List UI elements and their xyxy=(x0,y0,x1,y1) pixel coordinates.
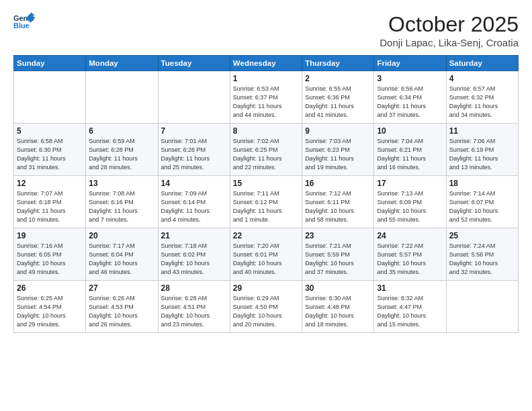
calendar-cell: 2Sunrise: 6:55 AM Sunset: 6:36 PM Daylig… xyxy=(302,71,374,124)
calendar-cell: 3Sunrise: 6:56 AM Sunset: 6:34 PM Daylig… xyxy=(374,71,446,124)
calendar-cell: 4Sunrise: 6:57 AM Sunset: 6:32 PM Daylig… xyxy=(446,71,518,124)
weekday-header-thursday: Thursday xyxy=(302,56,374,71)
week-row-2: 5Sunrise: 6:58 AM Sunset: 6:30 PM Daylig… xyxy=(14,124,519,176)
day-info: Sunrise: 7:06 AM Sunset: 6:19 PM Dayligh… xyxy=(449,137,515,172)
calendar-cell: 30Sunrise: 6:30 AM Sunset: 4:48 PM Dayli… xyxy=(302,281,374,333)
day-info: Sunrise: 7:18 AM Sunset: 6:02 PM Dayligh… xyxy=(161,242,227,277)
day-number: 23 xyxy=(305,231,371,240)
day-info: Sunrise: 7:13 AM Sunset: 6:09 PM Dayligh… xyxy=(377,189,443,224)
calendar-cell: 1Sunrise: 6:53 AM Sunset: 6:37 PM Daylig… xyxy=(230,71,302,124)
calendar-cell: 24Sunrise: 7:22 AM Sunset: 5:57 PM Dayli… xyxy=(374,228,446,281)
day-info: Sunrise: 6:56 AM Sunset: 6:34 PM Dayligh… xyxy=(377,85,443,120)
day-info: Sunrise: 6:25 AM Sunset: 4:54 PM Dayligh… xyxy=(17,294,83,329)
day-info: Sunrise: 6:26 AM Sunset: 4:53 PM Dayligh… xyxy=(89,294,154,329)
day-info: Sunrise: 6:59 AM Sunset: 6:28 PM Dayligh… xyxy=(89,137,154,172)
day-number: 20 xyxy=(89,231,154,240)
day-number: 18 xyxy=(449,179,515,188)
calendar-cell: 10Sunrise: 7:04 AM Sunset: 6:21 PM Dayli… xyxy=(374,124,446,176)
day-info: Sunrise: 6:57 AM Sunset: 6:32 PM Dayligh… xyxy=(449,85,515,120)
day-info: Sunrise: 7:21 AM Sunset: 5:59 PM Dayligh… xyxy=(305,242,371,277)
day-number: 15 xyxy=(233,179,299,188)
weekday-header-sunday: Sunday xyxy=(14,56,86,71)
calendar-cell: 16Sunrise: 7:12 AM Sunset: 6:11 PM Dayli… xyxy=(302,176,374,228)
day-info: Sunrise: 7:22 AM Sunset: 5:57 PM Dayligh… xyxy=(377,242,443,277)
day-number: 2 xyxy=(305,74,371,83)
weekday-header-tuesday: Tuesday xyxy=(158,56,230,71)
calendar-cell: 18Sunrise: 7:14 AM Sunset: 6:07 PM Dayli… xyxy=(446,176,518,228)
day-number: 22 xyxy=(233,231,299,240)
week-row-4: 19Sunrise: 7:16 AM Sunset: 6:05 PM Dayli… xyxy=(14,228,519,281)
day-number: 26 xyxy=(17,283,83,293)
day-number: 27 xyxy=(89,283,154,293)
day-info: Sunrise: 7:02 AM Sunset: 6:25 PM Dayligh… xyxy=(233,137,299,172)
calendar-cell: 7Sunrise: 7:01 AM Sunset: 6:26 PM Daylig… xyxy=(158,124,230,176)
day-info: Sunrise: 6:53 AM Sunset: 6:37 PM Dayligh… xyxy=(233,85,299,120)
day-number: 5 xyxy=(17,126,83,136)
week-row-1: 1Sunrise: 6:53 AM Sunset: 6:37 PM Daylig… xyxy=(14,71,519,124)
day-number: 30 xyxy=(305,283,371,293)
day-number: 6 xyxy=(89,126,154,136)
day-info: Sunrise: 6:28 AM Sunset: 4:51 PM Dayligh… xyxy=(161,294,227,329)
day-number: 24 xyxy=(377,231,443,240)
day-info: Sunrise: 7:01 AM Sunset: 6:26 PM Dayligh… xyxy=(161,137,227,172)
calendar-cell: 12Sunrise: 7:07 AM Sunset: 6:18 PM Dayli… xyxy=(14,176,86,228)
calendar-cell: 13Sunrise: 7:08 AM Sunset: 6:16 PM Dayli… xyxy=(86,176,158,228)
calendar-cell: 31Sunrise: 6:32 AM Sunset: 4:47 PM Dayli… xyxy=(374,281,446,333)
page: General Blue General Blue October 2025 D… xyxy=(0,0,532,411)
svg-text:Blue: Blue xyxy=(13,21,30,30)
day-number: 4 xyxy=(449,74,515,83)
day-number: 8 xyxy=(233,126,299,136)
calendar-cell xyxy=(158,71,230,124)
day-number: 9 xyxy=(305,126,371,136)
day-number: 1 xyxy=(233,74,299,83)
weekday-header-row: SundayMondayTuesdayWednesdayThursdayFrid… xyxy=(14,56,519,71)
day-number: 28 xyxy=(161,283,227,293)
day-info: Sunrise: 7:04 AM Sunset: 6:21 PM Dayligh… xyxy=(377,137,443,172)
logo-icon: General Blue xyxy=(13,12,35,31)
day-number: 19 xyxy=(17,231,83,240)
calendar-cell: 14Sunrise: 7:09 AM Sunset: 6:14 PM Dayli… xyxy=(158,176,230,228)
weekday-header-monday: Monday xyxy=(86,56,158,71)
day-info: Sunrise: 6:32 AM Sunset: 4:47 PM Dayligh… xyxy=(377,294,443,329)
title-block: October 2025 Donji Lapac, Lika-Senj, Cro… xyxy=(380,12,519,48)
day-number: 10 xyxy=(377,126,443,136)
day-info: Sunrise: 6:55 AM Sunset: 6:36 PM Dayligh… xyxy=(305,85,371,120)
day-info: Sunrise: 7:03 AM Sunset: 6:23 PM Dayligh… xyxy=(305,137,371,172)
calendar-cell: 15Sunrise: 7:11 AM Sunset: 6:12 PM Dayli… xyxy=(230,176,302,228)
day-info: Sunrise: 7:17 AM Sunset: 6:04 PM Dayligh… xyxy=(89,242,154,277)
calendar-cell: 17Sunrise: 7:13 AM Sunset: 6:09 PM Dayli… xyxy=(374,176,446,228)
day-number: 3 xyxy=(377,74,443,83)
calendar-cell xyxy=(446,281,518,333)
calendar-cell: 29Sunrise: 6:29 AM Sunset: 4:50 PM Dayli… xyxy=(230,281,302,333)
calendar-cell: 26Sunrise: 6:25 AM Sunset: 4:54 PM Dayli… xyxy=(14,281,86,333)
day-number: 25 xyxy=(449,231,515,240)
weekday-header-saturday: Saturday xyxy=(446,56,518,71)
day-info: Sunrise: 7:12 AM Sunset: 6:11 PM Dayligh… xyxy=(305,189,371,224)
day-info: Sunrise: 7:24 AM Sunset: 5:56 PM Dayligh… xyxy=(449,242,515,277)
day-number: 7 xyxy=(161,126,227,136)
month-title: October 2025 xyxy=(380,12,519,37)
calendar-cell: 6Sunrise: 6:59 AM Sunset: 6:28 PM Daylig… xyxy=(86,124,158,176)
calendar-cell: 22Sunrise: 7:20 AM Sunset: 6:01 PM Dayli… xyxy=(230,228,302,281)
day-number: 31 xyxy=(377,283,443,293)
day-info: Sunrise: 6:29 AM Sunset: 4:50 PM Dayligh… xyxy=(233,294,299,329)
calendar-cell: 28Sunrise: 6:28 AM Sunset: 4:51 PM Dayli… xyxy=(158,281,230,333)
calendar-cell: 27Sunrise: 6:26 AM Sunset: 4:53 PM Dayli… xyxy=(86,281,158,333)
calendar-cell: 19Sunrise: 7:16 AM Sunset: 6:05 PM Dayli… xyxy=(14,228,86,281)
day-info: Sunrise: 7:09 AM Sunset: 6:14 PM Dayligh… xyxy=(161,189,227,224)
day-info: Sunrise: 6:30 AM Sunset: 4:48 PM Dayligh… xyxy=(305,294,371,329)
day-info: Sunrise: 7:08 AM Sunset: 6:16 PM Dayligh… xyxy=(89,189,154,224)
calendar-table: SundayMondayTuesdayWednesdayThursdayFrid… xyxy=(13,55,519,333)
logo: General Blue General Blue xyxy=(13,12,35,31)
location-title: Donji Lapac, Lika-Senj, Croatia xyxy=(380,37,519,48)
weekday-header-wednesday: Wednesday xyxy=(230,56,302,71)
day-number: 12 xyxy=(17,179,83,188)
calendar-cell: 5Sunrise: 6:58 AM Sunset: 6:30 PM Daylig… xyxy=(14,124,86,176)
header: General Blue General Blue October 2025 D… xyxy=(13,12,519,48)
day-info: Sunrise: 7:11 AM Sunset: 6:12 PM Dayligh… xyxy=(233,189,299,224)
day-info: Sunrise: 7:20 AM Sunset: 6:01 PM Dayligh… xyxy=(233,242,299,277)
day-number: 17 xyxy=(377,179,443,188)
day-number: 29 xyxy=(233,283,299,293)
calendar-cell: 11Sunrise: 7:06 AM Sunset: 6:19 PM Dayli… xyxy=(446,124,518,176)
day-info: Sunrise: 7:14 AM Sunset: 6:07 PM Dayligh… xyxy=(449,189,515,224)
